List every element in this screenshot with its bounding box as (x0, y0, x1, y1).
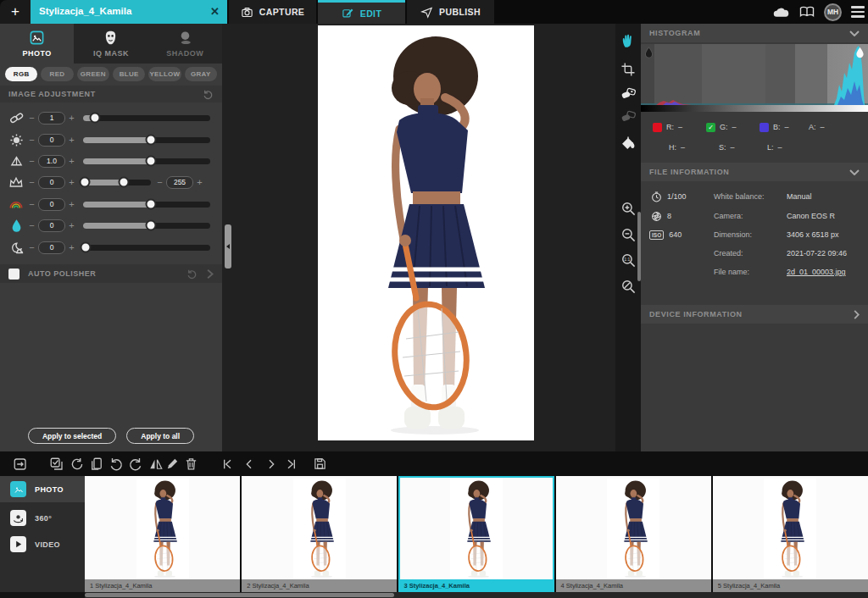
manual-book-icon[interactable] (799, 6, 815, 18)
fill-bucket-icon[interactable] (618, 133, 638, 153)
trash-icon[interactable] (183, 456, 199, 472)
apply-to-all-button[interactable]: Apply to all (126, 428, 194, 444)
channel-yellow[interactable]: YELLOW (148, 67, 181, 81)
menu-icon[interactable] (851, 6, 865, 18)
thumbnail-1[interactable]: 1 Stylizacja_4_Kamila (85, 476, 240, 592)
chevron-right-icon[interactable] (206, 269, 214, 279)
document-tab[interactable]: Stylizacja_4_Kamila ✕ (31, 0, 227, 24)
first-item-icon[interactable] (219, 456, 235, 472)
brightness-value[interactable]: 0 (38, 134, 65, 147)
export-icon[interactable] (12, 456, 28, 472)
device-information-header[interactable]: DEVICE INFORMATION (641, 305, 868, 324)
decrement-button[interactable]: − (27, 199, 36, 209)
temperature-slider[interactable] (83, 223, 210, 229)
increment-button[interactable]: + (195, 177, 204, 187)
zoom-out-icon[interactable] (618, 224, 638, 245)
zoom-in-icon[interactable] (618, 198, 638, 219)
photo-preview[interactable] (318, 25, 534, 440)
file-name-link[interactable]: 2d_01_00003.jpg (787, 268, 846, 276)
mode-video[interactable]: VIDEO (0, 531, 85, 557)
saturation-slider[interactable] (83, 202, 210, 208)
highlight-clip-droplet-icon[interactable] (855, 47, 865, 58)
increment-button[interactable]: + (67, 199, 76, 209)
thumbnail-scrollbar[interactable] (85, 592, 868, 598)
decrement-button[interactable]: − (27, 177, 36, 187)
brightness-slider[interactable] (83, 137, 210, 143)
crop-rotate-icon[interactable] (618, 59, 638, 80)
levels-min-value[interactable]: 0 (38, 176, 65, 189)
copy-icon[interactable] (88, 456, 104, 472)
channel-rgb[interactable]: RGB (5, 67, 37, 81)
save-icon[interactable] (312, 456, 328, 472)
increment-button[interactable]: + (67, 177, 76, 187)
mode-360[interactable]: 360° (0, 505, 85, 531)
decrement-button[interactable]: − (27, 135, 36, 145)
tab-edit[interactable]: EDIT (318, 0, 405, 24)
edit-pen-icon[interactable] (164, 456, 181, 472)
tab-shadow[interactable]: SHADOW (148, 24, 222, 64)
undo-icon[interactable] (186, 269, 198, 280)
apply-to-selected-button[interactable]: Apply to selected (28, 428, 116, 444)
rotate-cw-icon[interactable] (127, 456, 143, 472)
increment-button[interactable]: + (67, 135, 76, 145)
tab-photo[interactable]: PHOTO (0, 24, 74, 64)
thumbnail-4[interactable]: 4 Stylizacja_4_Kamila (556, 476, 711, 592)
shadows-value[interactable]: 0 (38, 241, 65, 254)
decrement-button[interactable]: − (155, 177, 164, 187)
edit-canvas[interactable] (222, 24, 615, 451)
increment-button[interactable]: + (67, 113, 76, 123)
previous-item-icon[interactable] (241, 456, 257, 472)
red-channel-swatch[interactable] (653, 123, 662, 132)
decrement-button[interactable]: − (27, 220, 36, 230)
file-information-header[interactable]: FILE INFORMATION (641, 163, 868, 181)
select-all-icon[interactable] (48, 456, 64, 472)
channel-gray[interactable]: GRAY (185, 67, 217, 81)
left-panel-collapse-handle[interactable] (225, 224, 231, 269)
hand-tool-icon[interactable] (618, 30, 638, 51)
tab-iq-mask[interactable]: IQ MASK (74, 24, 147, 64)
decrement-button[interactable]: − (27, 113, 36, 123)
increment-button[interactable]: + (67, 220, 76, 230)
levels-max-value[interactable]: 255 (166, 176, 193, 189)
decrement-button[interactable]: − (27, 156, 36, 166)
saturation-value[interactable]: 0 (38, 198, 65, 211)
rotate-ccw-icon[interactable] (108, 456, 124, 472)
close-icon[interactable]: ✕ (210, 5, 227, 18)
channel-green[interactable]: GREEN (77, 67, 109, 81)
auto-polisher-checkbox[interactable] (8, 269, 19, 280)
sharpen-value[interactable]: 1 (38, 112, 65, 125)
increment-button[interactable]: + (67, 156, 76, 166)
cloud-icon[interactable] (772, 6, 790, 19)
last-item-icon[interactable] (283, 456, 299, 472)
tab-capture[interactable]: CAPTURE (229, 0, 316, 24)
thumbnail-3[interactable]: 3 Stylizacja_4_Kamila (398, 476, 554, 592)
zoom-fit-icon[interactable] (618, 276, 638, 296)
levels-range-slider[interactable] (83, 180, 151, 185)
histogram-header[interactable]: HISTOGRAM (641, 24, 868, 42)
green-channel-swatch[interactable]: ✓ (706, 123, 715, 132)
mask-tools-icon[interactable] (618, 83, 638, 103)
flip-horizontal-icon[interactable] (147, 456, 164, 472)
thumbnail-5[interactable]: 5 Stylizacja_4_Kamila (713, 476, 868, 592)
channel-blue[interactable]: BLUE (113, 67, 145, 81)
reset-adjustments-icon[interactable] (203, 89, 214, 100)
tab-publish[interactable]: PUBLISH (407, 0, 494, 24)
shadows-slider[interactable] (83, 245, 210, 251)
thumbnail-2[interactable]: 2 Stylizacja_4_Kamila (242, 476, 397, 592)
sync-icon[interactable] (69, 456, 85, 472)
new-tab-button[interactable]: + (0, 0, 31, 24)
channel-red[interactable]: RED (41, 67, 73, 81)
zoom-actual-size-icon[interactable]: 1:1 (618, 250, 638, 270)
contrast-value[interactable]: 1.0 (38, 155, 65, 168)
mode-photo[interactable]: PHOTO (0, 476, 85, 502)
user-avatar[interactable]: MH (824, 3, 842, 21)
next-item-icon[interactable] (263, 456, 279, 472)
mask-brush-icon[interactable] (618, 106, 638, 126)
scrollbar-thumb[interactable] (85, 593, 394, 597)
increment-button[interactable]: + (67, 242, 76, 252)
contrast-slider[interactable] (83, 158, 210, 164)
temperature-value[interactable]: 0 (38, 219, 65, 232)
shadow-clip-droplet-icon[interactable] (644, 47, 654, 58)
blue-channel-swatch[interactable] (760, 123, 769, 132)
sharpen-slider[interactable] (83, 115, 210, 121)
